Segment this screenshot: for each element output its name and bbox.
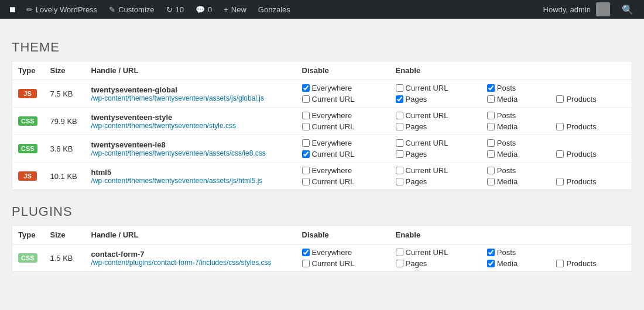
asset-handle: twentyseventeen-ie8	[91, 140, 290, 149]
adminbar-howdy[interactable]: Howdy, admin	[537, 0, 616, 19]
col-header-disable: Disable	[296, 61, 390, 80]
plugins-table: Type Size Handle / URL Disable Enable CS…	[12, 225, 632, 272]
enable-current-url-label: Current URL	[406, 166, 448, 175]
adminbar-user[interactable]: Gonzales	[252, 0, 296, 19]
enable-pages-checkbox[interactable]	[396, 260, 403, 267]
enable-media-checkbox[interactable]	[487, 150, 495, 158]
asset-url[interactable]: /wp-content/themes/twentyseventeen/asset…	[91, 94, 290, 102]
enable-pages-label: Pages	[406, 150, 427, 159]
enable-products-checkbox[interactable]	[556, 123, 564, 130]
comments-icon: 💬	[196, 5, 205, 14]
enable-current-url-checkbox[interactable]	[396, 112, 403, 119]
enable-current-url-label: Current URL	[406, 84, 448, 92]
enable-current-url-checkbox[interactable]	[396, 167, 403, 174]
new-icon: +	[224, 5, 228, 14]
asset-url[interactable]: /wp-content/themes/twentyseventeen/asset…	[91, 177, 290, 185]
enable-pages-label: Pages	[406, 95, 427, 104]
adminbar-right: Howdy, admin 🔍	[537, 0, 639, 19]
disable-current-url-label: Current URL	[312, 150, 355, 159]
asset-handle: twentyseventeen-style	[91, 113, 290, 122]
disable-everywhere-checkbox[interactable]	[302, 139, 310, 147]
enable-posts-checkbox[interactable]	[487, 84, 495, 92]
enable-posts-label: Posts	[497, 111, 516, 120]
type-badge: JS	[18, 171, 37, 181]
table-row: CSS79.9 KBtwentyseventeen-style/wp-conte…	[12, 108, 632, 135]
asset-url[interactable]: /wp-content/themes/twentyseventeen/asset…	[91, 149, 290, 157]
enable-media-checkbox[interactable]	[487, 260, 495, 267]
type-badge: CSS	[18, 116, 37, 126]
enable-pages-checkbox[interactable]	[396, 95, 403, 103]
enable-posts-checkbox[interactable]	[487, 139, 495, 147]
type-badge: JS	[18, 89, 37, 98]
disable-current-url-label: Current URL	[312, 259, 355, 268]
adminbar-updates[interactable]: ↻ 10	[160, 0, 190, 19]
table-row: CSS1.5 KBcontact-form-7/wp-content/plugi…	[12, 244, 632, 272]
enable-products-label: Products	[566, 150, 596, 159]
adminbar-customize[interactable]: ✎ Customize	[103, 0, 160, 19]
enable-products-label: Products	[566, 177, 596, 186]
plugins-col-header-enable: Enable	[390, 226, 632, 244]
enable-posts-checkbox[interactable]	[487, 167, 495, 174]
table-row: JS7.5 KBtwentyseventeen-global/wp-conten…	[12, 80, 632, 108]
disable-everywhere-label: Everywhere	[312, 84, 352, 92]
disable-everywhere-checkbox[interactable]	[302, 112, 310, 119]
enable-products-label: Products	[566, 122, 596, 131]
enable-media-checkbox[interactable]	[487, 95, 495, 103]
enable-current-url-checkbox[interactable]	[396, 84, 403, 92]
enable-posts-label: Posts	[497, 248, 516, 257]
enable-current-url-checkbox[interactable]	[396, 249, 403, 256]
adminbar-search-icon[interactable]: 🔍	[616, 4, 639, 15]
asset-size: 7.5 KB	[44, 80, 85, 108]
asset-url[interactable]: /wp-content/plugins/contact-form-7/inclu…	[91, 259, 290, 267]
plugins-col-header-disable: Disable	[296, 226, 390, 244]
site-icon: ✏	[26, 5, 33, 14]
enable-posts-label: Posts	[497, 166, 516, 175]
disable-everywhere-checkbox[interactable]	[302, 167, 310, 174]
user-avatar	[596, 2, 610, 16]
col-header-handle: Handle / URL	[85, 61, 296, 80]
enable-pages-checkbox[interactable]	[396, 178, 403, 185]
disable-current-url-checkbox[interactable]	[302, 178, 310, 185]
disable-everywhere-checkbox[interactable]	[302, 249, 310, 256]
disable-current-url-checkbox[interactable]	[302, 95, 310, 103]
asset-size: 3.6 KB	[44, 135, 85, 163]
enable-media-checkbox[interactable]	[487, 123, 495, 130]
enable-pages-checkbox[interactable]	[396, 150, 403, 158]
adminbar-site-name[interactable]: ✏ Lovely WordPress	[20, 0, 103, 19]
enable-current-url-label: Current URL	[406, 111, 448, 120]
col-header-type: Type	[12, 61, 44, 80]
disable-current-url-checkbox[interactable]	[302, 150, 310, 158]
enable-posts-checkbox[interactable]	[487, 112, 495, 119]
disable-current-url-checkbox[interactable]	[302, 123, 310, 130]
enable-products-checkbox[interactable]	[556, 260, 564, 267]
updates-icon: ↻	[166, 5, 173, 14]
asset-size: 10.1 KB	[44, 163, 85, 190]
theme-table-header: Type Size Handle / URL Disable Enable	[12, 61, 632, 80]
enable-products-checkbox[interactable]	[556, 178, 564, 185]
disable-current-url-checkbox[interactable]	[302, 260, 310, 267]
asset-handle: twentyseventeen-global	[91, 85, 290, 94]
disable-everywhere-label: Everywhere	[312, 166, 352, 175]
table-row: JS10.1 KBhtml5/wp-content/themes/twentys…	[12, 163, 632, 190]
wp-logo[interactable]: ■	[5, 0, 20, 19]
type-badge: CSS	[18, 253, 37, 263]
enable-products-checkbox[interactable]	[556, 95, 564, 103]
disable-everywhere-label: Everywhere	[312, 248, 352, 257]
enable-media-checkbox[interactable]	[487, 178, 495, 185]
theme-section-title: THEME	[12, 40, 632, 55]
asset-url[interactable]: /wp-content/themes/twentyseventeen/style…	[91, 122, 290, 130]
adminbar-comments[interactable]: 💬 0	[190, 0, 218, 19]
disable-everywhere-label: Everywhere	[312, 111, 352, 120]
enable-posts-label: Posts	[497, 84, 516, 92]
enable-pages-label: Pages	[406, 177, 427, 186]
enable-pages-checkbox[interactable]	[396, 123, 403, 130]
plugins-col-header-handle: Handle / URL	[85, 226, 296, 244]
enable-posts-label: Posts	[497, 139, 516, 147]
adminbar-new[interactable]: + New	[218, 0, 252, 19]
enable-posts-checkbox[interactable]	[487, 249, 495, 256]
enable-current-url-checkbox[interactable]	[396, 139, 403, 147]
plugins-col-header-size: Size	[44, 226, 85, 244]
enable-media-label: Media	[497, 122, 518, 131]
disable-everywhere-checkbox[interactable]	[302, 84, 310, 92]
enable-products-checkbox[interactable]	[556, 150, 564, 158]
